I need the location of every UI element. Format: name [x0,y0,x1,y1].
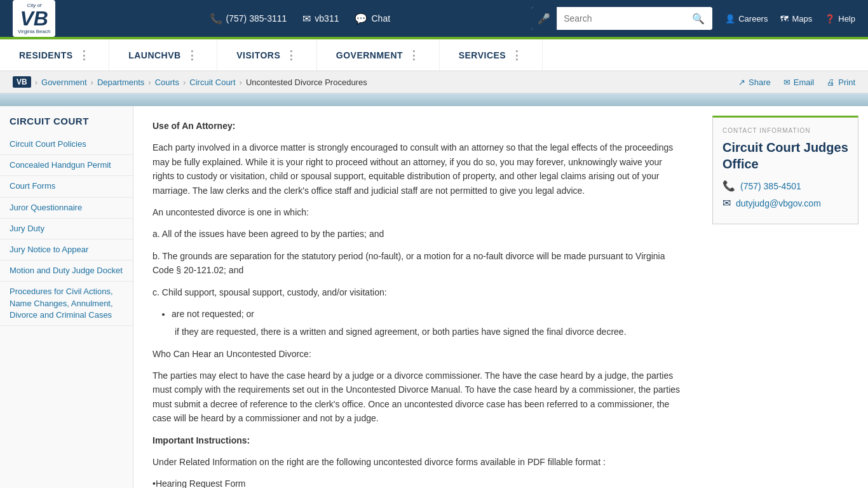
search-area: 🎤 🔍 [531,7,712,30]
sidebar-item-court-forms[interactable]: Court Forms [0,176,133,197]
maps-label: Maps [792,14,812,24]
nav-residents-label: RESIDENTS [19,50,73,60]
email-link[interactable]: ✉ Email [783,78,815,87]
email-label: vb311 [315,13,339,24]
logo-box: City of VB Virginia Beach [13,0,55,37]
important-body: Under Related Information on the right a… [153,455,684,469]
nav-government-label: GOVERNMENT [336,50,403,60]
logo-area: City of VB Virginia Beach [13,0,55,37]
use-attorney-heading-text: Use of An Attorney: [153,121,235,131]
breadcrumb-circuit-court[interactable]: Circuit Court [189,78,235,87]
uncontested-a: a. All of the issues have been agreed to… [153,227,684,241]
contact-phone-icon: 📞 [722,180,735,192]
logo-vb: VB [20,8,48,29]
search-button[interactable]: 🔍 [684,7,712,30]
breadcrumb-vb[interactable]: VB [13,76,31,88]
bullet1: are not requested; or [172,307,684,321]
chat-label: Chat [371,13,390,24]
breadcrumb-government[interactable]: Government [41,78,87,87]
sidebar-item-jury-notice[interactable]: Jury Notice to Appear [0,240,133,261]
use-attorney-heading: Use of An Attorney: [153,119,684,133]
breadcrumb-current: Uncontested Divorce Procedures [246,78,367,87]
maps-link[interactable]: 🗺 Maps [780,14,812,24]
hero-strip [0,93,868,106]
contact-card: CONTACT INFORMATION Circuit Court Judges… [712,116,858,224]
important-heading: Important Instructions: [153,433,684,447]
form-item-1: •Hearing Request Form [153,477,684,488]
breadcrumb-sep-4: › [240,78,242,87]
sidebar-item-motion-duty[interactable]: Motion and Duty Judge Docket [0,261,133,281]
search-input[interactable] [557,7,684,30]
logo-city-name: Virginia Beach [18,29,50,35]
contact-email: ✉ dutyjudg@vbgov.com [722,197,848,209]
breadcrumb-sep-3: › [183,78,186,87]
top-header: City of VB Virginia Beach 📞 (757) 385-31… [0,0,868,37]
nav-services-label: SERVICES [459,50,506,60]
contact-email-address[interactable]: dutyjudg@vbgov.com [736,198,821,208]
nav-visitors-label: VISITORS [236,50,280,60]
contact-phone: 📞 (757) 385-4501 [722,180,848,192]
breadcrumb-departments[interactable]: Departments [97,78,144,87]
email-breadcrumb-label: Email [794,78,815,87]
careers-link[interactable]: 👤 Careers [725,14,768,24]
breadcrumb: VB › Government › Departments › Courts ›… [13,76,367,88]
careers-label: Careers [738,14,768,24]
nav-government[interactable]: GOVERNMENT ⋮ [317,39,440,71]
chat-link[interactable]: 💬 Chat [355,13,390,25]
nav-launchvb[interactable]: LAUNCHVB ⋮ [109,39,217,71]
phone-number: (757) 385-3111 [226,13,287,24]
breadcrumb-bar: VB › Government › Departments › Courts ›… [0,71,868,93]
nav-launchvb-label: LAUNCHVB [128,50,181,60]
maps-icon: 🗺 [780,14,789,24]
careers-icon: 👤 [725,14,735,24]
help-icon: ❓ [825,14,835,24]
share-icon: ↗ [738,78,745,87]
email-link[interactable]: ✉ vb311 [302,13,339,25]
email-icon: ✉ [302,13,311,25]
breadcrumb-sep-2: › [148,78,151,87]
sidebar-item-circuit-court-policies[interactable]: Circuit Court Policies [0,134,133,155]
sidebar-item-juror-questionnaire[interactable]: Juror Questionnaire [0,198,133,219]
print-icon: 🖨 [827,78,835,87]
print-link[interactable]: 🖨 Print [827,78,855,87]
breadcrumb-sep-1: › [91,78,93,87]
contact-card-title: Circuit Court Judges Office [722,139,848,172]
breadcrumb-courts[interactable]: Courts [155,78,179,87]
print-label: Print [838,78,855,87]
breadcrumb-actions: ↗ Share ✉ Email 🖨 Print [738,78,855,87]
nav-government-dots: ⋮ [408,48,420,62]
who-can-hear-heading: Who Can Hear an Uncontested Divorce: [153,347,684,361]
help-link[interactable]: ❓ Help [825,14,855,24]
phone-link[interactable]: 📞 (757) 385-3111 [210,13,287,25]
contact-email-icon: ✉ [722,197,731,209]
help-label: Help [838,14,855,24]
important-heading-text: Important Instructions: [153,435,250,445]
uncontested-b: b. The grounds are separation for the st… [153,249,684,278]
mic-button[interactable]: 🎤 [531,7,557,30]
right-sidebar: CONTACT INFORMATION Circuit Court Judges… [703,106,868,488]
chat-icon: 💬 [355,13,367,25]
sidebar: CIRCUIT COURT Circuit Court Policies Con… [0,106,133,488]
main-nav: RESIDENTS ⋮ LAUNCHVB ⋮ VISITORS ⋮ GOVERN… [0,39,868,71]
sidebar-item-jury-duty[interactable]: Jury Duty [0,219,133,240]
email-breadcrumb-icon: ✉ [783,78,790,87]
contact-phone-number[interactable]: (757) 385-4501 [740,181,801,191]
sidebar-item-concealed-handgun-permit[interactable]: Concealed Handgun Permit [0,155,133,176]
nav-services-dots: ⋮ [511,48,523,62]
sidebar-item-procedures[interactable]: Procedures for Civil Actions, Name Chang… [0,281,133,326]
content-wrapper: CIRCUIT COURT Circuit Court Policies Con… [0,106,868,488]
bullet2: if they are requested, there is a writte… [162,325,684,339]
contact-card-label: CONTACT INFORMATION [722,127,848,134]
nav-visitors-dots: ⋮ [285,48,297,62]
nav-residents[interactable]: RESIDENTS ⋮ [0,39,109,71]
who-can-hear-body: The parties may elect to have the case h… [153,369,684,426]
nav-services[interactable]: SERVICES ⋮ [440,39,543,71]
share-label: Share [749,78,771,87]
nav-visitors[interactable]: VISITORS ⋮ [217,39,317,71]
top-right-links: 👤 Careers 🗺 Maps ❓ Help [725,14,855,24]
share-link[interactable]: ↗ Share [738,78,771,87]
phone-icon: 📞 [210,13,222,25]
uncontested-intro: An uncontested divorce is one in which: [153,205,684,219]
use-attorney-body: Each party involved in a divorce matter … [153,140,684,198]
uncontested-c: c. Child support, spousal support, custo… [153,285,684,299]
